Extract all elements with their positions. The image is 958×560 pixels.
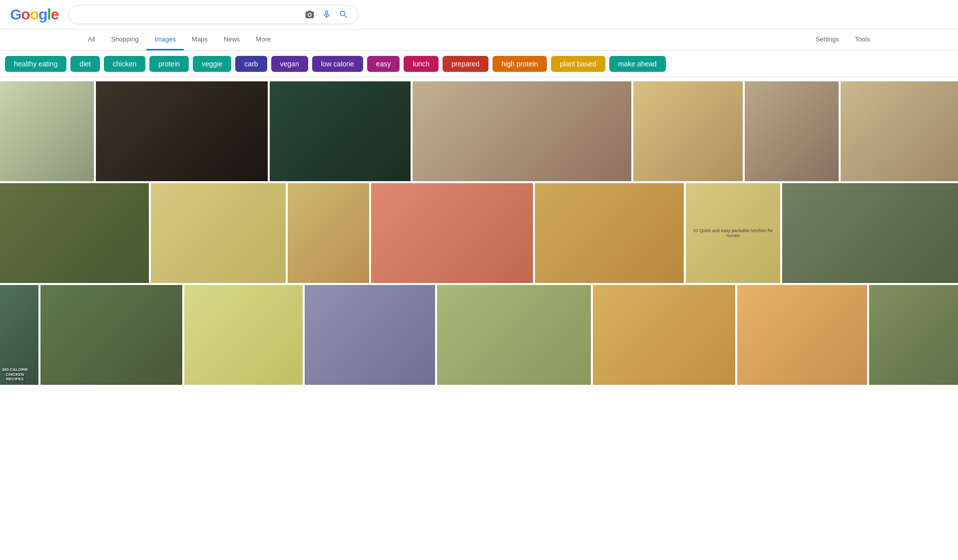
image-row-1: [0, 81, 958, 181]
image-cell[interactable]: [869, 285, 958, 385]
image-row-3: 300-CALORIECHICKENRECIPES: [0, 285, 958, 385]
chip-prepared[interactable]: prepared: [443, 56, 488, 72]
chip-veggie[interactable]: veggie: [193, 56, 231, 72]
tab-news[interactable]: News: [216, 29, 248, 50]
chip-carb[interactable]: carb: [235, 56, 267, 72]
chip-easy[interactable]: easy: [367, 56, 400, 72]
tab-more[interactable]: More: [248, 29, 279, 50]
chip-protein[interactable]: protein: [149, 56, 189, 72]
chip-high-protein[interactable]: high protein: [492, 56, 547, 72]
image-grid: 20 Quick and easy packable lunches for n…: [0, 77, 958, 391]
image-cell[interactable]: [737, 285, 868, 385]
mic-icon: [322, 9, 332, 19]
mic-button[interactable]: [321, 8, 333, 20]
image-cell[interactable]: [633, 81, 743, 181]
google-logo: Google: [10, 6, 58, 23]
image-cell[interactable]: [96, 81, 268, 181]
image-cell[interactable]: [305, 285, 435, 385]
image-cell[interactable]: [782, 183, 958, 283]
chip-low-calorie[interactable]: low calorie: [312, 56, 363, 72]
chip-plant-based[interactable]: plant based: [551, 56, 605, 72]
image-cell[interactable]: [841, 81, 958, 181]
tab-settings[interactable]: Settings: [808, 29, 847, 50]
image-cell[interactable]: [371, 183, 533, 283]
nav-tabs: All Shopping Images Maps News More Setti…: [0, 29, 958, 51]
image-cell[interactable]: [184, 285, 303, 385]
image-cell[interactable]: [535, 183, 684, 283]
search-bar: nutritional meals to go: [68, 5, 358, 24]
chip-chicken[interactable]: chicken: [104, 56, 145, 72]
image-cell[interactable]: [0, 81, 94, 181]
google-logo-area: Google: [10, 6, 58, 23]
chip-vegan[interactable]: vegan: [271, 56, 308, 72]
search-button[interactable]: [338, 8, 350, 20]
image-cell[interactable]: [413, 81, 631, 181]
image-cell[interactable]: 20 Quick and easy packable lunches for n…: [686, 183, 780, 283]
chip-diet[interactable]: diet: [70, 56, 100, 72]
header: Google nutritional meals to go: [0, 0, 958, 29]
image-cell[interactable]: [151, 183, 286, 283]
nav-right: Settings Tools: [808, 29, 878, 50]
image-cell[interactable]: [437, 285, 591, 385]
camera-icon: [305, 9, 315, 19]
svg-point-0: [309, 13, 311, 16]
chip-make-ahead[interactable]: make ahead: [609, 56, 666, 72]
tab-tools[interactable]: Tools: [847, 29, 878, 50]
image-cell[interactable]: [270, 81, 411, 181]
tab-shopping[interactable]: Shopping: [103, 29, 146, 50]
chips-bar: healthy eatingdietchickenproteinveggieca…: [0, 51, 958, 77]
lens-button[interactable]: [304, 8, 316, 20]
image-cell[interactable]: [745, 81, 839, 181]
image-cell[interactable]: [288, 183, 369, 283]
image-row-2: 20 Quick and easy packable lunches for n…: [0, 183, 958, 283]
chip-lunch[interactable]: lunch: [404, 56, 438, 72]
search-input[interactable]: nutritional meals to go: [77, 10, 299, 19]
image-cell[interactable]: [40, 285, 182, 385]
tab-images[interactable]: Images: [146, 29, 184, 50]
tab-all[interactable]: All: [80, 29, 103, 50]
image-cell[interactable]: [593, 285, 735, 385]
tab-maps[interactable]: Maps: [184, 29, 216, 50]
image-cell[interactable]: 300-CALORIECHICKENRECIPES: [0, 285, 38, 385]
image-cell[interactable]: [0, 183, 149, 283]
chip-healthy-eating[interactable]: healthy eating: [5, 56, 66, 72]
search-icon: [339, 9, 349, 19]
